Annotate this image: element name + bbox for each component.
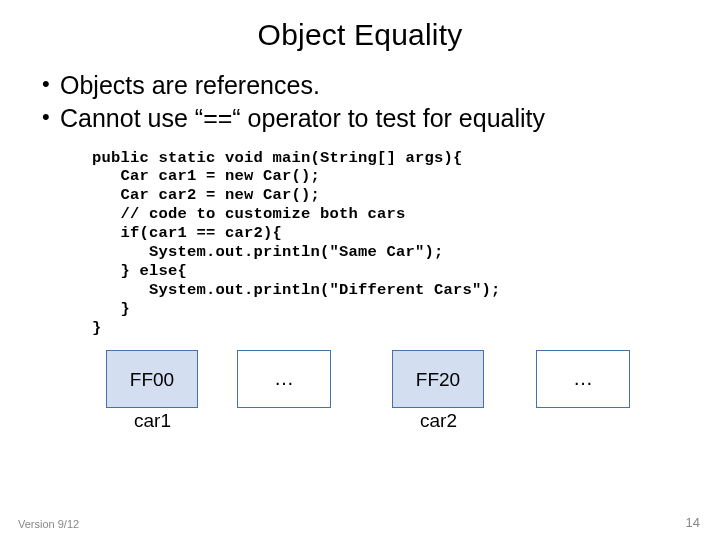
bullet-text: Cannot use “==“ operator to test for equ…: [60, 103, 684, 134]
ellipsis-icon: …: [537, 367, 629, 390]
memory-box-gap1: …: [237, 350, 331, 408]
var-label-car2: car2: [420, 410, 457, 432]
bullet-text: Objects are references.: [60, 70, 684, 101]
page-number: 14: [686, 515, 700, 530]
slide-title: Object Equality: [36, 18, 684, 52]
bullet-dot: •: [42, 103, 60, 131]
bullet-list: • Objects are references. • Cannot use “…: [42, 70, 684, 135]
var-label-car1: car1: [134, 410, 171, 432]
memory-box-car1: FF00: [106, 350, 198, 408]
bullet-dot: •: [42, 70, 60, 98]
memory-box-car2: FF20: [392, 350, 484, 408]
code-block: public static void main(String[] args){ …: [92, 149, 684, 338]
ellipsis-icon: …: [238, 367, 330, 390]
memory-diagram: FF00 … FF20 … car1 car2: [92, 350, 674, 440]
memory-address: FF20: [393, 369, 483, 391]
memory-box-gap2: …: [536, 350, 630, 408]
bullet-item: • Cannot use “==“ operator to test for e…: [42, 103, 684, 134]
bullet-item: • Objects are references.: [42, 70, 684, 101]
slide: Object Equality • Objects are references…: [0, 0, 720, 540]
footer-version: Version 9/12: [18, 518, 79, 530]
memory-address: FF00: [107, 369, 197, 391]
